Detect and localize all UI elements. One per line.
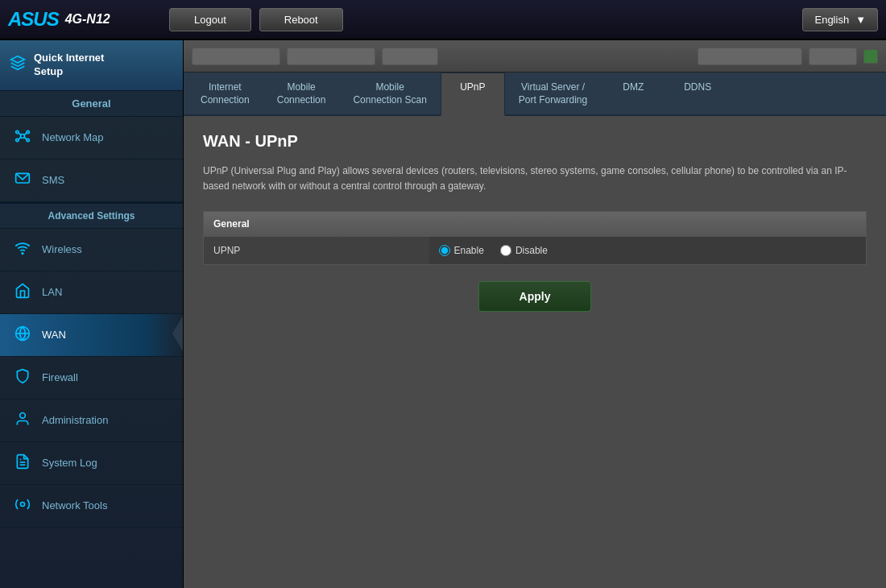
sidebar-item-network-tools[interactable]: Network Tools bbox=[0, 485, 183, 528]
upnp-value: Enable Disable bbox=[429, 236, 867, 264]
status-pill-3 bbox=[382, 48, 438, 65]
status-pill-2 bbox=[287, 48, 375, 65]
upnp-disable-label: Disable bbox=[515, 245, 548, 256]
sidebar-item-network-map[interactable]: Network Map bbox=[0, 117, 183, 159]
lan-icon bbox=[13, 283, 32, 302]
logout-button[interactable]: Logout bbox=[169, 8, 251, 31]
logo-model: 4G-N12 bbox=[65, 12, 110, 27]
advanced-section-header: Advanced Settings bbox=[0, 202, 183, 229]
sidebar-label-sms: SMS bbox=[42, 174, 64, 186]
sidebar-item-system-log[interactable]: System Log bbox=[0, 442, 183, 485]
table-header: General bbox=[204, 211, 867, 236]
main-layout: Quick InternetSetup General Network Map … bbox=[0, 40, 886, 588]
upnp-enable-label: Enable bbox=[454, 245, 484, 256]
system-log-icon bbox=[13, 453, 32, 473]
svg-point-2 bbox=[27, 130, 29, 133]
sidebar-item-wireless[interactable]: Wireless bbox=[0, 229, 183, 271]
sidebar-item-firewall[interactable]: Firewall bbox=[0, 357, 183, 400]
upnp-enable-radio[interactable] bbox=[439, 245, 450, 256]
sms-icon bbox=[13, 171, 32, 190]
status-bar bbox=[184, 40, 886, 72]
tab-dmz[interactable]: DMZ bbox=[601, 72, 665, 114]
sidebar-item-quick-setup[interactable]: Quick InternetSetup bbox=[0, 40, 183, 91]
sidebar-item-wan[interactable]: WAN bbox=[0, 314, 183, 357]
firewall-icon bbox=[13, 368, 32, 387]
network-tools-icon bbox=[13, 496, 32, 516]
table-header-row: General bbox=[204, 211, 867, 236]
tab-upnp[interactable]: UPnP bbox=[441, 72, 505, 116]
sidebar-item-sms[interactable]: SMS bbox=[0, 159, 183, 202]
svg-point-16 bbox=[21, 502, 25, 506]
tab-mobile-connection[interactable]: MobileConnection bbox=[263, 72, 340, 114]
apply-section: Apply bbox=[203, 281, 867, 312]
reboot-button[interactable]: Reboot bbox=[259, 8, 343, 31]
status-indicator bbox=[863, 49, 878, 64]
wan-tabs: InternetConnection MobileConnection Mobi… bbox=[184, 72, 886, 116]
status-pill-1 bbox=[192, 48, 280, 65]
page-description: UPnP (Universal Plug and Play) allows se… bbox=[203, 164, 867, 194]
tab-ddns[interactable]: DDNS bbox=[665, 72, 730, 114]
tab-internet-connection[interactable]: InternetConnection bbox=[187, 72, 263, 114]
language-label: English bbox=[814, 14, 849, 26]
status-pill-5 bbox=[809, 48, 857, 65]
upnp-row: UPNP Enable Disable bbox=[204, 236, 867, 264]
sidebar-label-wan: WAN bbox=[42, 329, 66, 341]
logo: ASUS 4G-N12 bbox=[8, 8, 153, 31]
tab-virtual-server[interactable]: Virtual Server /Port Forwarding bbox=[505, 72, 601, 114]
sidebar-label-system-log: System Log bbox=[42, 457, 97, 469]
page-title: WAN - UPnP bbox=[203, 132, 867, 151]
svg-point-4 bbox=[27, 139, 29, 141]
language-selector[interactable]: English ▼ bbox=[802, 8, 878, 31]
upnp-enable-option[interactable]: Enable bbox=[439, 245, 484, 256]
main-content: WAN - UPnP UPnP (Universal Plug and Play… bbox=[184, 116, 886, 588]
svg-point-10 bbox=[22, 253, 23, 255]
upnp-radio-group: Enable Disable bbox=[439, 245, 857, 256]
sidebar-item-administration[interactable]: Administration bbox=[0, 400, 183, 442]
general-section-header: General bbox=[0, 91, 183, 117]
sidebar-item-lan[interactable]: LAN bbox=[0, 271, 183, 314]
tab-mobile-scan[interactable]: MobileConnection Scan bbox=[339, 72, 440, 114]
svg-line-7 bbox=[19, 137, 21, 139]
sidebar: Quick InternetSetup General Network Map … bbox=[0, 40, 184, 588]
sidebar-label-network-map: Network Map bbox=[42, 131, 104, 143]
network-map-icon bbox=[13, 128, 32, 147]
quick-setup-label: Quick InternetSetup bbox=[34, 52, 104, 79]
chevron-down-icon: ▼ bbox=[855, 14, 866, 26]
sidebar-label-wireless: Wireless bbox=[42, 243, 82, 255]
logo-asus: ASUS bbox=[8, 8, 59, 31]
apply-button[interactable]: Apply bbox=[478, 281, 592, 312]
upnp-disable-option[interactable]: Disable bbox=[500, 245, 548, 256]
sidebar-label-firewall: Firewall bbox=[42, 371, 78, 383]
status-pill-4 bbox=[698, 48, 802, 65]
svg-point-13 bbox=[20, 412, 26, 418]
wan-icon bbox=[13, 325, 32, 345]
settings-table: General UPNP Enable bbox=[203, 211, 867, 265]
content-area: InternetConnection MobileConnection Mobi… bbox=[184, 40, 886, 588]
svg-line-5 bbox=[19, 133, 21, 135]
sidebar-label-administration: Administration bbox=[42, 414, 108, 426]
header-buttons: Logout Reboot bbox=[169, 8, 802, 31]
svg-line-8 bbox=[24, 137, 27, 139]
administration-icon bbox=[13, 411, 32, 430]
sidebar-label-network-tools: Network Tools bbox=[42, 499, 107, 511]
upnp-label: UPNP bbox=[204, 236, 429, 264]
svg-line-6 bbox=[24, 133, 27, 135]
svg-point-3 bbox=[16, 139, 19, 141]
wireless-icon bbox=[13, 240, 32, 259]
sidebar-label-lan: LAN bbox=[42, 286, 62, 298]
quick-setup-icon bbox=[10, 55, 26, 76]
header: ASUS 4G-N12 Logout Reboot English ▼ bbox=[0, 0, 886, 40]
upnp-disable-radio[interactable] bbox=[500, 245, 511, 256]
svg-point-1 bbox=[16, 130, 19, 133]
